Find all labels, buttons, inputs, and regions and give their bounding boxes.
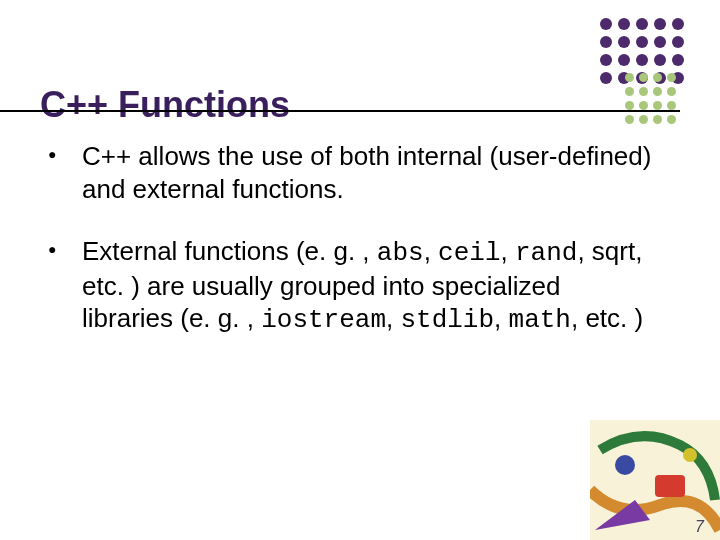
deco-dot-small bbox=[639, 101, 648, 110]
bullet-list: C++ allows the use of both internal (use… bbox=[48, 140, 658, 337]
code-text: iostream bbox=[261, 305, 386, 335]
deco-dot bbox=[672, 54, 684, 66]
deco-dot-small bbox=[625, 87, 634, 96]
deco-dot-small bbox=[625, 115, 634, 124]
bullet-item: C++ allows the use of both internal (use… bbox=[48, 140, 658, 205]
svg-rect-2 bbox=[655, 475, 685, 497]
deco-dot-small bbox=[639, 115, 648, 124]
deco-dot bbox=[654, 18, 666, 30]
decorative-dots: // will be populated after data load bel… bbox=[530, 18, 700, 138]
body-text: External functions (e. g. , bbox=[82, 236, 377, 266]
page-number: 7 bbox=[695, 518, 704, 536]
slide: // will be populated after data load bel… bbox=[0, 0, 720, 540]
deco-dot bbox=[672, 36, 684, 48]
deco-dot bbox=[636, 54, 648, 66]
deco-dot-small bbox=[667, 101, 676, 110]
deco-dot-small bbox=[653, 115, 662, 124]
body-text: , bbox=[494, 303, 508, 333]
body-text: , bbox=[501, 236, 515, 266]
body-text: , bbox=[424, 236, 438, 266]
slide-body: C++ allows the use of both internal (use… bbox=[48, 140, 658, 367]
deco-dot bbox=[618, 18, 630, 30]
deco-dot-small bbox=[667, 115, 676, 124]
deco-dot bbox=[654, 54, 666, 66]
deco-dot-small bbox=[653, 87, 662, 96]
body-text: , bbox=[386, 303, 400, 333]
deco-dot-small bbox=[639, 73, 648, 82]
title-underline bbox=[0, 110, 680, 112]
deco-dot bbox=[636, 36, 648, 48]
deco-dot-small bbox=[639, 87, 648, 96]
deco-dot-small bbox=[653, 73, 662, 82]
deco-dot-small bbox=[653, 101, 662, 110]
bullet-item: External functions (e. g. , abs, ceil, r… bbox=[48, 235, 658, 337]
deco-dot bbox=[654, 36, 666, 48]
code-text: math bbox=[509, 305, 571, 335]
deco-dot bbox=[600, 54, 612, 66]
deco-dot-small bbox=[625, 101, 634, 110]
deco-dot bbox=[600, 36, 612, 48]
deco-dot bbox=[600, 72, 612, 84]
deco-dot bbox=[672, 18, 684, 30]
deco-dot bbox=[636, 18, 648, 30]
slide-title: C++ Functions bbox=[40, 84, 290, 126]
body-text: C++ allows the use of both internal (use… bbox=[82, 141, 651, 204]
code-text: stdlib bbox=[400, 305, 494, 335]
deco-dot-small bbox=[667, 87, 676, 96]
code-text: rand bbox=[515, 238, 577, 268]
deco-dot-small bbox=[667, 73, 676, 82]
svg-point-3 bbox=[683, 448, 697, 462]
deco-dot bbox=[618, 36, 630, 48]
body-text: , etc. ) bbox=[571, 303, 643, 333]
code-text: ceil bbox=[438, 238, 500, 268]
deco-dot bbox=[600, 18, 612, 30]
code-text: abs bbox=[377, 238, 424, 268]
deco-dot bbox=[618, 54, 630, 66]
svg-point-1 bbox=[615, 455, 635, 475]
deco-dot-small bbox=[625, 73, 634, 82]
